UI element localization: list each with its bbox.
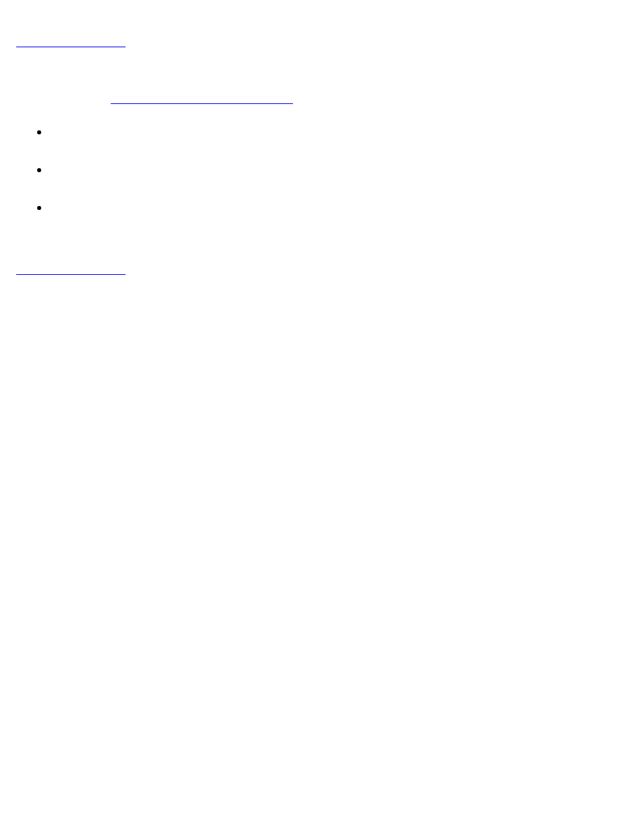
bullet-list — [16, 128, 49, 242]
nav-link-top[interactable] — [16, 38, 126, 49]
bullet-icon — [37, 206, 41, 210]
list-item — [16, 166, 49, 176]
nav-link-middle[interactable] — [111, 95, 293, 105]
bullet-icon — [37, 168, 41, 172]
nav-link-bottom[interactable] — [16, 265, 126, 276]
link-underline — [16, 274, 126, 275]
link-underline — [111, 103, 293, 104]
list-item — [16, 204, 49, 213]
link-underline — [16, 47, 126, 47]
list-item — [16, 128, 49, 138]
bullet-icon — [37, 130, 41, 134]
